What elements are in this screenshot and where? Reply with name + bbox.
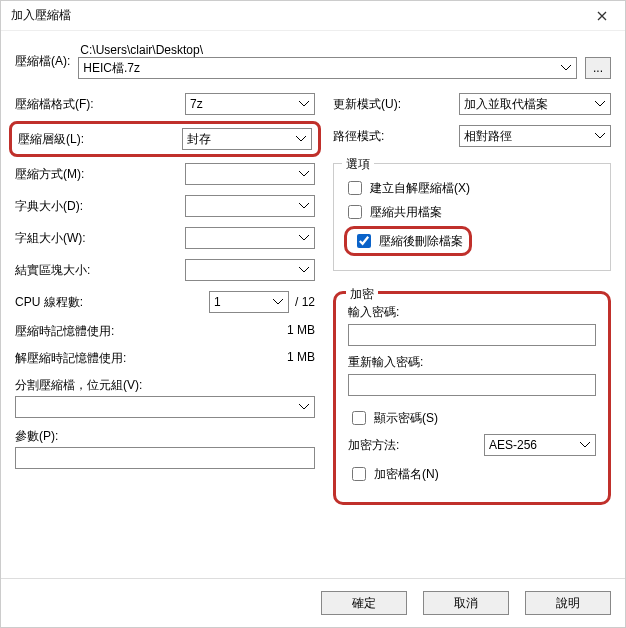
options-group: 選項 建立自解壓縮檔(X) 壓縮共用檔案 壓縮後刪除檔案 — [333, 163, 611, 271]
split-label: 分割壓縮檔，位元組(V): — [15, 377, 315, 394]
archive-name-select[interactable]: HEIC檔.7z — [78, 57, 577, 79]
close-button[interactable] — [579, 1, 625, 31]
delete-checkbox[interactable] — [357, 234, 371, 248]
encryption-group: 加密 輸入密碼: 重新輸入密碼: 顯示密碼(S) 加密方法: AES-256 — [333, 291, 611, 505]
word-label: 字組大小(W): — [15, 230, 86, 247]
archive-path: C:\Users\clair\Desktop\ — [80, 43, 611, 57]
encnames-label: 加密檔名(N) — [374, 466, 439, 483]
encryption-legend: 加密 — [346, 286, 378, 303]
archive-label: 壓縮檔(A): — [15, 53, 70, 70]
browse-button[interactable]: ... — [585, 57, 611, 79]
pw1-label: 輸入密碼: — [348, 304, 596, 321]
options-legend: 選項 — [342, 156, 374, 173]
window-title: 加入壓縮檔 — [11, 7, 71, 24]
pw1-input[interactable] — [348, 324, 596, 346]
mem-decompress-value: 1 MB — [287, 350, 315, 367]
delete-label: 壓縮後刪除檔案 — [379, 233, 463, 250]
pw2-label: 重新輸入密碼: — [348, 354, 596, 371]
cpu-select[interactable]: 1 — [209, 291, 289, 313]
footer: 確定 取消 說明 — [1, 578, 625, 627]
delete-highlight: 壓縮後刪除檔案 — [344, 226, 472, 256]
mem-decompress-label: 解壓縮時記憶體使用: — [15, 350, 126, 367]
method-label: 壓縮方式(M): — [15, 166, 84, 183]
format-label: 壓縮檔格式(F): — [15, 96, 94, 113]
update-select[interactable]: 加入並取代檔案 — [459, 93, 611, 115]
params-input[interactable] — [15, 447, 315, 469]
sfx-checkbox[interactable] — [348, 181, 362, 195]
solid-select[interactable] — [185, 259, 315, 281]
titlebar: 加入壓縮檔 — [1, 1, 625, 31]
encnames-checkbox[interactable] — [352, 467, 366, 481]
level-label: 壓縮層級(L): — [18, 131, 84, 148]
pathmode-label: 路徑模式: — [333, 128, 384, 145]
pathmode-select[interactable]: 相對路徑 — [459, 125, 611, 147]
level-select[interactable]: 封存 — [182, 128, 312, 150]
encmethod-select[interactable]: AES-256 — [484, 434, 596, 456]
share-checkbox[interactable] — [348, 205, 362, 219]
close-icon — [597, 11, 607, 21]
mem-compress-value: 1 MB — [287, 323, 315, 340]
pw2-input[interactable] — [348, 374, 596, 396]
ok-button[interactable]: 確定 — [321, 591, 407, 615]
dict-select[interactable] — [185, 195, 315, 217]
cpu-label: CPU 線程數: — [15, 294, 83, 311]
dialog-window: 加入壓縮檔 壓縮檔(A): C:\Users\clair\Desktop\ HE… — [0, 0, 626, 628]
showpw-label: 顯示密碼(S) — [374, 410, 438, 427]
sfx-label: 建立自解壓縮檔(X) — [370, 180, 470, 197]
split-select[interactable] — [15, 396, 315, 418]
dict-label: 字典大小(D): — [15, 198, 83, 215]
cpu-total: / 12 — [295, 295, 315, 309]
format-select[interactable]: 7z — [185, 93, 315, 115]
help-button[interactable]: 說明 — [525, 591, 611, 615]
update-label: 更新模式(U): — [333, 96, 401, 113]
showpw-checkbox[interactable] — [352, 411, 366, 425]
share-label: 壓縮共用檔案 — [370, 204, 442, 221]
encmethod-label: 加密方法: — [348, 437, 399, 454]
level-highlight: 壓縮層級(L): 封存 — [9, 121, 321, 157]
params-label: 參數(P): — [15, 428, 315, 445]
mem-compress-label: 壓縮時記憶體使用: — [15, 323, 114, 340]
cancel-button[interactable]: 取消 — [423, 591, 509, 615]
method-select[interactable] — [185, 163, 315, 185]
word-select[interactable] — [185, 227, 315, 249]
solid-label: 結實區塊大小: — [15, 262, 90, 279]
